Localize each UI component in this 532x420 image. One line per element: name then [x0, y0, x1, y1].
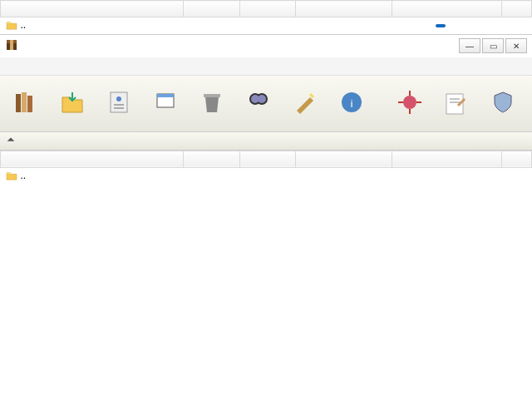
col-name[interactable]	[1, 151, 184, 167]
col-packed[interactable]	[239, 151, 296, 167]
close-button[interactable]: ✕	[505, 38, 527, 53]
col-modified[interactable]	[392, 151, 502, 167]
toolbar: i	[0, 76, 532, 132]
folder-up-icon	[6, 20, 17, 30]
comment-icon	[443, 89, 470, 116]
col-size[interactable]	[183, 1, 239, 17]
add-button[interactable]	[3, 78, 48, 128]
protect-button[interactable]	[480, 78, 525, 128]
parent-dots: ..	[21, 19, 27, 31]
extract-button[interactable]	[50, 78, 95, 128]
col-type[interactable]	[296, 1, 392, 17]
books-icon	[12, 89, 39, 116]
svg-text:i: i	[351, 98, 353, 110]
menubar	[0, 57, 532, 76]
bottom-file-list: ..	[0, 151, 532, 185]
view-button[interactable]	[143, 78, 188, 128]
info-button[interactable]: i	[329, 78, 374, 128]
virusscan-button[interactable]	[387, 78, 432, 128]
find-button[interactable]	[236, 78, 281, 128]
svg-rect-10	[114, 107, 124, 109]
virus-icon	[397, 89, 423, 116]
parent-folder-row[interactable]: ..	[1, 167, 532, 184]
svg-point-20	[403, 96, 416, 109]
comment-button[interactable]	[434, 78, 479, 128]
parent-type	[296, 17, 392, 34]
wizard-button[interactable]	[283, 78, 328, 128]
parent-dots: ..	[21, 170, 27, 181]
svg-point-17	[258, 95, 266, 103]
svg-rect-4	[16, 94, 21, 112]
maximize-button[interactable]: ▭	[482, 38, 504, 53]
col-size[interactable]	[183, 151, 239, 167]
col-modified[interactable]	[392, 1, 502, 17]
extract-icon	[59, 89, 86, 116]
top-header-row	[1, 1, 532, 17]
svg-rect-9	[114, 104, 124, 106]
svg-rect-5	[22, 92, 27, 112]
col-crc[interactable]	[502, 151, 532, 167]
col-type[interactable]	[296, 151, 392, 167]
col-packed[interactable]	[239, 1, 296, 17]
wizard-icon	[292, 89, 318, 116]
app-icon	[5, 38, 18, 54]
test-icon	[106, 89, 132, 116]
up-button[interactable]	[5, 134, 17, 148]
minimize-button[interactable]: —	[459, 38, 480, 53]
svg-rect-7	[111, 92, 127, 112]
view-icon	[152, 89, 179, 116]
col-crc[interactable]	[502, 1, 532, 17]
bottom-header-row	[1, 151, 532, 167]
logo-overlay	[436, 17, 527, 38]
delete-icon	[199, 89, 225, 116]
pathbar	[0, 132, 532, 151]
logo-box	[436, 24, 446, 27]
svg-point-8	[116, 96, 121, 101]
find-icon	[245, 89, 272, 116]
parent-type	[296, 167, 392, 184]
delete-button[interactable]	[190, 78, 234, 128]
svg-rect-13	[204, 94, 220, 97]
svg-rect-6	[27, 96, 32, 112]
svg-rect-12	[157, 94, 174, 97]
folder-up-icon	[6, 170, 17, 180]
protect-icon	[490, 89, 516, 116]
col-name[interactable]	[1, 1, 184, 17]
test-button[interactable]	[96, 78, 141, 128]
info-icon: i	[338, 89, 365, 116]
